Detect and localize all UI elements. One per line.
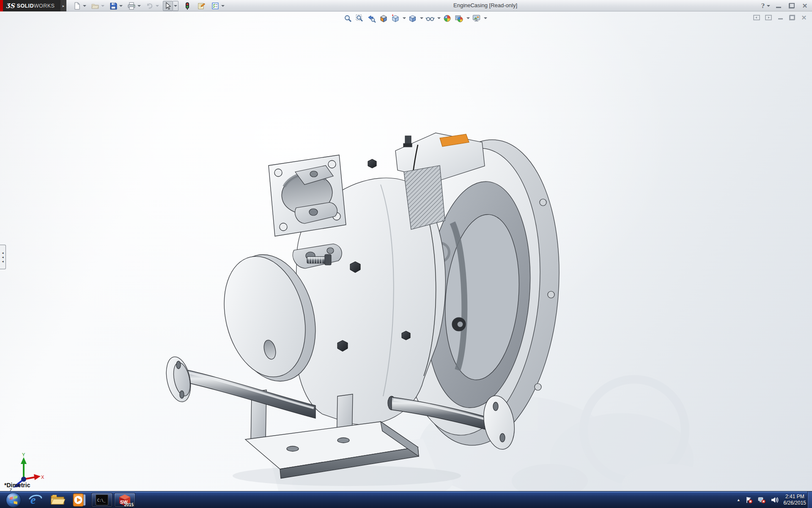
close-button[interactable]: ✕ <box>800 2 809 10</box>
graphics-viewport[interactable]: ✕ ◂ ◂ ◂ <box>0 12 812 491</box>
new-document-button[interactable] <box>72 1 82 11</box>
windows-start-orb-icon <box>5 492 22 508</box>
menu-expand-tab[interactable]: ▸ <box>60 0 66 11</box>
logo-text-works: WORKS <box>34 3 55 9</box>
hide-show-items-dropdown[interactable] <box>437 17 441 19</box>
show-desktop-button[interactable] <box>807 491 812 508</box>
apply-scene-button[interactable] <box>454 13 464 23</box>
options-icon <box>211 2 219 10</box>
solidworks-2015-icon: SW 2015 <box>118 494 132 506</box>
save-button[interactable] <box>108 1 118 11</box>
taskbar-windows-explorer[interactable] <box>47 491 69 508</box>
save-icon <box>109 2 118 10</box>
help-dropdown[interactable] <box>767 5 770 7</box>
media-player-icon <box>72 493 87 507</box>
view-settings-button[interactable] <box>471 13 482 23</box>
open-document-icon <box>91 2 99 10</box>
apply-scene-icon <box>455 14 464 23</box>
zoom-to-area-icon <box>355 14 364 23</box>
3d-model-engine-casing[interactable] <box>144 125 702 491</box>
apply-scene-dropdown[interactable] <box>466 17 470 19</box>
previous-view-button[interactable] <box>366 13 377 23</box>
collapse-arrow-icon: ◂ <box>2 255 3 259</box>
help-icon[interactable]: ? <box>761 3 765 9</box>
zoom-to-fit-button[interactable] <box>343 13 353 23</box>
logo-text-solid: SOLID <box>17 3 34 9</box>
start-button[interactable] <box>3 491 25 508</box>
clock-time: 2:41 PM <box>784 494 806 500</box>
restore-document-button[interactable] <box>788 14 796 21</box>
feature-manager-collapsed-tab[interactable]: ◂ ◂ ◂ <box>0 245 6 269</box>
rebuild-button[interactable] <box>182 1 192 11</box>
internet-explorer-icon: e <box>28 493 43 507</box>
open-document-button[interactable] <box>90 1 100 11</box>
section-view-icon <box>379 14 388 23</box>
network-disconnected-icon[interactable] <box>757 496 766 504</box>
clock-date: 6/26/2015 <box>784 500 806 506</box>
display-pane-right-toggle[interactable] <box>765 14 772 21</box>
volume-icon[interactable] <box>771 496 779 504</box>
show-hidden-icons-button[interactable]: ▲ <box>737 498 741 502</box>
new-document-dropdown[interactable] <box>83 5 86 7</box>
select-dropdown[interactable] <box>173 1 178 11</box>
heads-up-view-toolbar <box>343 13 487 23</box>
new-document-icon <box>73 2 81 10</box>
restore-document-icon <box>790 15 795 20</box>
display-style-dropdown[interactable] <box>420 17 423 19</box>
close-document-icon: ✕ <box>801 14 807 21</box>
print-button[interactable] <box>126 1 137 11</box>
taskbar-clock[interactable]: 2:41 PM 6/26/2015 <box>784 494 806 506</box>
menu-expand-arrow-icon: ▸ <box>63 4 65 8</box>
view-orientation-dropdown[interactable] <box>403 17 406 19</box>
select-cursor-icon <box>164 2 172 10</box>
zoom-to-area-button[interactable] <box>354 13 365 23</box>
solidworks-year-badge: 2015 <box>124 502 134 507</box>
restore-button[interactable] <box>787 2 796 10</box>
main-toolbar <box>72 0 228 11</box>
undo-dropdown[interactable] <box>156 5 159 7</box>
options-button[interactable] <box>210 1 220 11</box>
select-button[interactable] <box>163 1 173 11</box>
taskbar-internet-explorer[interactable]: e <box>25 491 47 508</box>
taskbar-media-player[interactable] <box>69 491 91 508</box>
minimize-icon <box>776 7 781 8</box>
display-pane-right-icon <box>765 15 772 20</box>
window-title: EngineCasing [Read-only] <box>453 2 517 8</box>
triad-y-label: Y <box>22 452 25 457</box>
triad-x-label: X <box>41 475 44 480</box>
open-document-dropdown[interactable] <box>101 5 104 7</box>
view-orientation-label: *Dimetric <box>4 482 30 489</box>
solidworks-3ds-glyph: ƷS <box>6 2 15 10</box>
section-view-button[interactable] <box>378 13 389 23</box>
print-icon <box>127 2 136 10</box>
minimize-document-icon <box>778 18 783 19</box>
close-document-button[interactable]: ✕ <box>800 14 808 21</box>
taskbar-command-prompt[interactable]: C:\_ <box>91 493 112 507</box>
close-icon: ✕ <box>802 3 808 9</box>
undo-button[interactable] <box>145 1 155 11</box>
title-bar: ƷS SOLIDWORKS ▸ <box>0 0 812 11</box>
hide-show-items-button[interactable] <box>425 13 435 23</box>
file-properties-button[interactable] <box>196 1 206 11</box>
save-dropdown[interactable] <box>119 5 123 7</box>
folder-icon <box>50 493 65 507</box>
minimize-button[interactable] <box>774 2 783 10</box>
edit-appearance-icon <box>443 14 452 23</box>
collapse-arrow-icon: ◂ <box>2 251 3 255</box>
solidworks-logo: ƷS SOLIDWORKS <box>0 0 60 11</box>
edit-appearance-button[interactable] <box>442 13 453 23</box>
display-pane-left-toggle[interactable] <box>753 14 760 21</box>
view-orientation-button[interactable] <box>390 13 401 23</box>
display-pane-left-icon <box>753 15 760 20</box>
view-settings-icon <box>472 14 481 23</box>
taskbar-solidworks-2015[interactable]: SW 2015 <box>114 493 135 507</box>
undo-icon <box>145 2 154 10</box>
rebuild-traffic-light-icon <box>183 2 192 10</box>
previous-view-icon <box>367 14 376 23</box>
action-center-icon[interactable] <box>745 496 753 504</box>
view-settings-dropdown[interactable] <box>484 17 487 19</box>
minimize-document-button[interactable] <box>776 14 784 21</box>
print-dropdown[interactable] <box>137 5 141 7</box>
display-style-button[interactable] <box>407 13 418 23</box>
options-dropdown[interactable] <box>221 5 225 7</box>
